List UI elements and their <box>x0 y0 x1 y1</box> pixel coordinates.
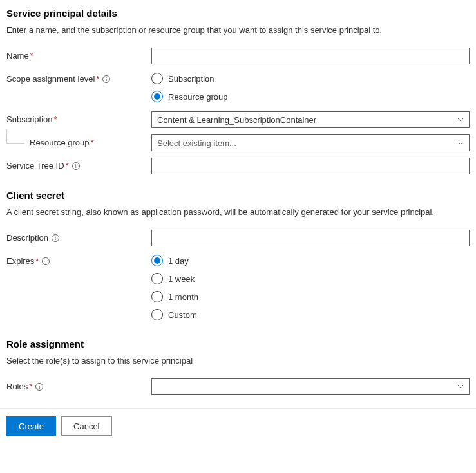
expires-radio-custom[interactable]: Custom <box>151 309 470 320</box>
expires-radio-group: 1 day 1 week 1 month Custom <box>151 253 470 320</box>
radio-icon <box>151 291 163 302</box>
scope-radio-group: Subscription Resource group <box>151 71 470 102</box>
radio-icon <box>151 73 163 84</box>
description-input[interactable] <box>151 230 470 246</box>
expires-radio-1month[interactable]: 1 month <box>151 291 470 302</box>
label-description: Description i <box>6 230 151 243</box>
section-desc-role: Select the role(s) to assign to this ser… <box>6 356 470 366</box>
label-scope: Scope assignment level* i <box>6 71 151 84</box>
chevron-down-icon <box>457 116 464 123</box>
name-input[interactable] <box>151 48 470 64</box>
scope-radio-subscription[interactable]: Subscription <box>151 73 470 84</box>
label-service-tree-id: Service Tree ID* i <box>6 158 151 171</box>
scope-radio-resource-group[interactable]: Resource group <box>151 91 470 102</box>
info-icon[interactable]: i <box>42 257 50 265</box>
create-button[interactable]: Create <box>6 416 56 436</box>
expires-radio-1week[interactable]: 1 week <box>151 273 470 284</box>
label-name: Name* <box>6 48 151 60</box>
expires-radio-1day[interactable]: 1 day <box>151 255 470 266</box>
info-icon[interactable]: i <box>35 383 43 391</box>
footer: Create Cancel <box>6 416 470 436</box>
section-heading-role: Role assignment <box>6 339 470 349</box>
info-icon[interactable]: i <box>72 162 80 170</box>
radio-icon <box>151 91 163 102</box>
radio-icon <box>151 273 163 284</box>
chevron-down-icon <box>457 140 464 146</box>
label-subscription: Subscription* <box>6 111 151 124</box>
section-desc-secret: A client secret string, also known as ap… <box>6 207 470 217</box>
service-tree-id-input[interactable] <box>151 158 470 174</box>
radio-icon <box>151 309 163 320</box>
footer-separator <box>0 408 476 409</box>
section-heading-details: Service principal details <box>6 8 470 19</box>
roles-select[interactable] <box>151 378 470 395</box>
section-desc-details: Enter a name, and the subscription or re… <box>6 25 470 35</box>
info-icon[interactable]: i <box>52 234 59 242</box>
label-roles: Roles* i <box>6 378 151 391</box>
label-resource-group: Resource group* <box>6 134 151 147</box>
subscription-select[interactable]: Content & Learning_SubscriptionContainer <box>151 111 470 128</box>
section-heading-secret: Client secret <box>6 190 470 201</box>
tree-connector <box>6 129 24 144</box>
radio-icon <box>151 255 163 266</box>
info-icon[interactable]: i <box>102 75 110 83</box>
label-expires: Expires* i <box>6 253 151 266</box>
chevron-down-icon <box>457 384 464 390</box>
resource-group-select[interactable]: Select existing item... <box>151 134 470 151</box>
cancel-button[interactable]: Cancel <box>61 416 111 436</box>
